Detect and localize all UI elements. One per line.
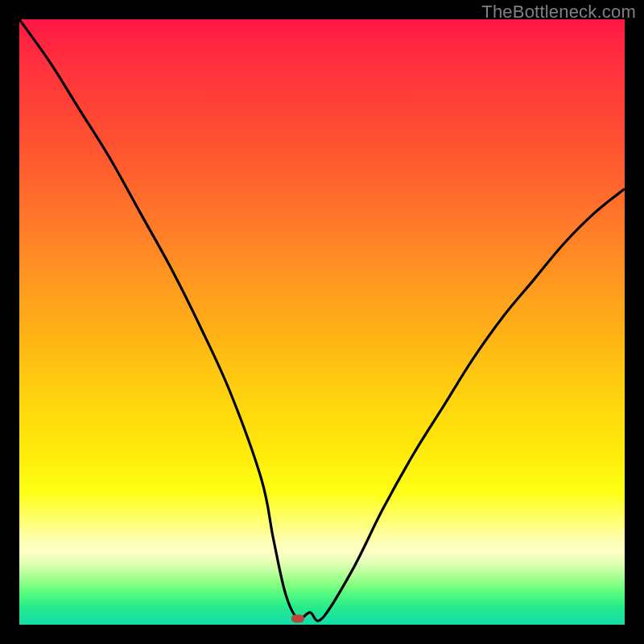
chart-frame: TheBottleneck.com [0,0,644,644]
bottleneck-curve [19,19,625,621]
watermark-text: TheBottleneck.com [481,2,636,23]
optimum-marker [291,614,304,622]
curve-svg [19,19,625,625]
plot-area [19,19,625,625]
